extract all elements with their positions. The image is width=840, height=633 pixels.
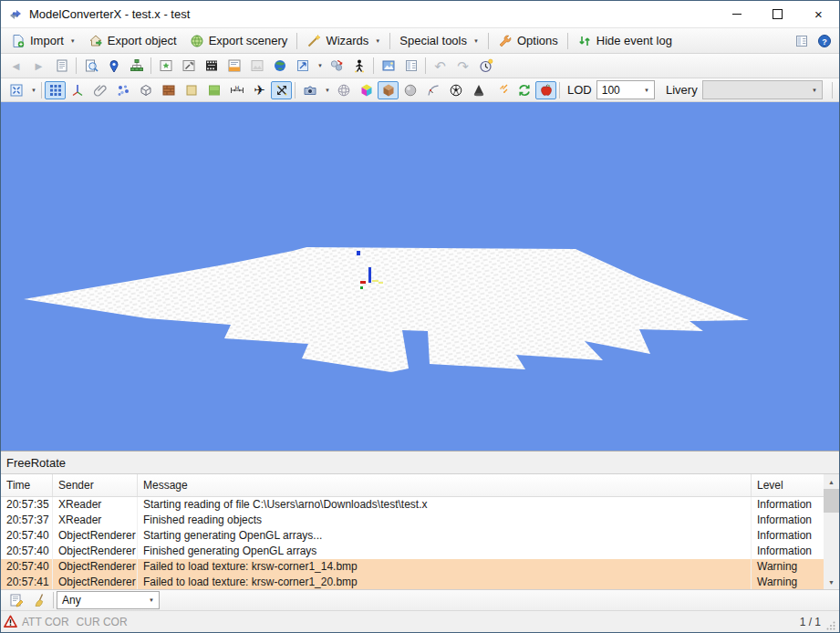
table-row[interactable]: 20:57:41 ObjectRenderer Failed to load t…: [1, 575, 824, 589]
aircraft-button[interactable]: ✈: [248, 80, 271, 100]
cone-button[interactable]: [467, 80, 490, 100]
hide-event-log-label: Hide event log: [596, 34, 672, 47]
export-scenery-button[interactable]: Export scenery: [183, 30, 295, 51]
nav-back-button[interactable]: ◄: [5, 56, 27, 76]
column-header-sender[interactable]: Sender: [53, 474, 138, 496]
show-grid-button[interactable]: [45, 81, 66, 99]
edit-log-button[interactable]: [5, 590, 27, 610]
table-row[interactable]: 20:57:40 ObjectRenderer Finished generat…: [1, 544, 824, 559]
attach-button[interactable]: [88, 80, 111, 100]
particles-button[interactable]: [111, 80, 134, 100]
free-rotate-button[interactable]: [271, 81, 292, 99]
axes-icon: [70, 83, 85, 98]
scrollbar-thumb[interactable]: [824, 489, 839, 513]
scale-tool-button[interactable]: [291, 56, 314, 76]
close-button[interactable]: ×: [798, 1, 839, 27]
event-log: Time Sender Message Level 20:57:35 XRead…: [1, 474, 839, 589]
table-row[interactable]: 20:57:40 ObjectRenderer Failed to load t…: [1, 559, 824, 575]
livery-combo[interactable]: ▼: [702, 80, 823, 99]
table-row[interactable]: 20:57:35 XReader Starting reading of fil…: [1, 497, 824, 513]
ground-poly-button[interactable]: [202, 80, 225, 100]
earth-button[interactable]: [268, 56, 291, 76]
form-view-button[interactable]: [399, 56, 422, 76]
undo-button[interactable]: ↶: [429, 56, 451, 76]
history-button[interactable]: [474, 56, 497, 76]
cone-icon: [472, 83, 486, 98]
zoom-fit-button[interactable]: [5, 80, 27, 100]
xml-viewer-button[interactable]: [223, 56, 245, 76]
object-search-button[interactable]: [79, 56, 102, 76]
vertex-color-button[interactable]: [355, 80, 378, 100]
maximize-button[interactable]: [757, 1, 798, 27]
options-button[interactable]: Options: [492, 30, 565, 51]
resize-grip[interactable]: [826, 621, 835, 630]
scroll-down-button[interactable]: ▼: [824, 575, 839, 589]
cur-cor-status: CUR COR: [77, 616, 128, 628]
wire-sphere-button[interactable]: [332, 80, 355, 100]
undo-icon: ↶: [434, 59, 446, 73]
cut-curve-button[interactable]: [421, 80, 444, 100]
refresh-button[interactable]: [513, 80, 535, 100]
show-axes-button[interactable]: [66, 80, 88, 100]
wizards-button[interactable]: Wizards ▼: [300, 30, 387, 51]
separator: [425, 57, 426, 74]
scrollbar-track[interactable]: [824, 513, 839, 575]
special-tools-button[interactable]: Special tools ▼: [393, 30, 485, 51]
hide-event-log-button[interactable]: Hide event log: [571, 30, 679, 51]
table-row[interactable]: 20:57:37 XReader Finished reading object…: [1, 513, 824, 528]
properties-panel-button[interactable]: [790, 31, 813, 51]
cell-sender: ObjectRenderer: [53, 544, 138, 559]
material-editor-button[interactable]: [154, 56, 177, 76]
title-bar[interactable]: ModelConverterX - test.x - test ×: [1, 1, 839, 27]
separator: [373, 57, 374, 74]
image-viewer-button[interactable]: [377, 56, 399, 76]
livery-label: Livery: [666, 83, 698, 97]
placemark-button[interactable]: [102, 56, 125, 76]
minimize-button[interactable]: [716, 1, 757, 27]
redo-button[interactable]: ↷: [451, 56, 474, 76]
nav-forward-button[interactable]: ►: [27, 56, 50, 76]
window-controls: ×: [716, 1, 839, 27]
image-disabled-button[interactable]: [245, 56, 268, 76]
image-disabled-icon: [250, 58, 264, 73]
help-icon: ?: [817, 34, 832, 48]
cell-time: 20:57:40: [1, 559, 53, 575]
hierarchy-button[interactable]: [125, 56, 148, 76]
column-header-message[interactable]: Message: [138, 474, 752, 496]
replace-texture-button[interactable]: [325, 56, 347, 76]
texture-editor-button[interactable]: [177, 56, 200, 76]
textured-cube-icon: [381, 83, 396, 98]
checkered-sphere-icon: [449, 83, 463, 98]
screenshot-dropdown[interactable]: ▼: [321, 80, 332, 100]
scale-tool-dropdown[interactable]: ▼: [314, 56, 325, 76]
wireframe-button[interactable]: [134, 80, 157, 100]
column-header-time[interactable]: Time: [1, 474, 53, 496]
model-viewport[interactable]: [1, 102, 839, 451]
chevron-down-icon: ▼: [807, 88, 822, 93]
flat-shade-button[interactable]: [180, 80, 202, 100]
screenshot-button[interactable]: [298, 80, 321, 100]
column-header-level[interactable]: Level: [752, 474, 824, 496]
measure-button[interactable]: H: [225, 80, 248, 100]
football-button[interactable]: [444, 80, 467, 100]
scroll-up-button[interactable]: ▲: [824, 474, 839, 489]
clear-log-button[interactable]: [27, 590, 50, 610]
options-wrench-icon: [498, 34, 513, 48]
import-button[interactable]: Import ▼: [5, 30, 82, 51]
notes-button[interactable]: [50, 56, 73, 76]
attach-points-button[interactable]: [347, 56, 370, 76]
event-log-scrollbar[interactable]: ▲ ▼: [824, 474, 839, 589]
lod-combo[interactable]: 100 ▼: [596, 80, 655, 99]
animation-editor-button[interactable]: [200, 56, 223, 76]
smooth-sphere-button[interactable]: [399, 80, 421, 100]
app-window: ModelConverterX - test.x - test × Import…: [0, 0, 840, 633]
apple-display-button[interactable]: [535, 81, 556, 99]
zoom-fit-dropdown[interactable]: ▼: [27, 80, 38, 100]
help-button[interactable]: ?: [813, 31, 835, 51]
export-object-button[interactable]: Export object: [82, 30, 183, 51]
lighting-button[interactable]: [490, 80, 513, 100]
texture-mode-button[interactable]: [157, 80, 180, 100]
textured-view-button[interactable]: [378, 81, 399, 99]
table-row[interactable]: 20:57:40 ObjectRenderer Starting generat…: [1, 528, 824, 544]
log-filter-combo[interactable]: Any ▼: [57, 591, 160, 609]
